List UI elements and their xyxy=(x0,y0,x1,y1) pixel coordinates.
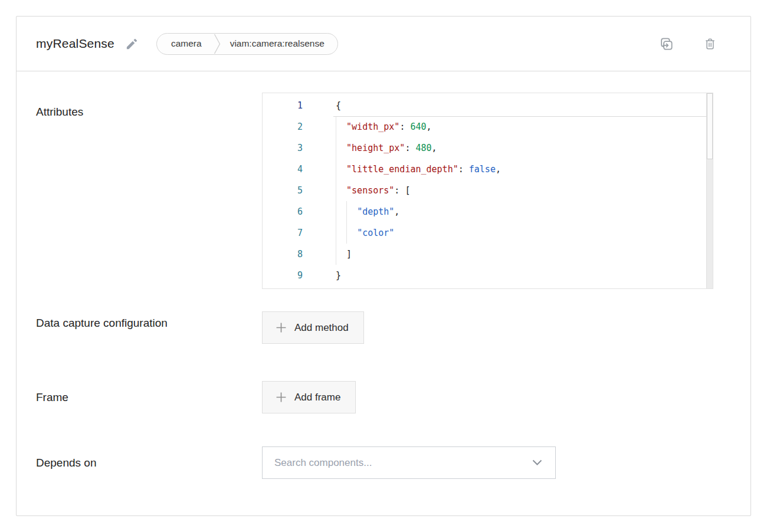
line-number: 4 xyxy=(263,164,329,175)
add-method-label: Add method xyxy=(294,322,349,334)
line-number: 5 xyxy=(263,185,329,196)
active-line-border xyxy=(333,116,713,117)
component-name: myRealSense xyxy=(36,37,114,51)
add-frame-label: Add frame xyxy=(294,392,340,403)
code-line[interactable]: 9} xyxy=(263,265,713,286)
attributes-label: Attributes xyxy=(36,93,262,124)
duplicate-icon xyxy=(659,37,674,51)
depends-on-row: Depends on xyxy=(36,446,713,479)
depends-on-select[interactable] xyxy=(262,446,556,479)
frame-row: Frame Add frame xyxy=(36,381,713,413)
depends-on-label: Depends on xyxy=(36,451,262,475)
code-content: "little_endian_depth": false, xyxy=(329,164,501,175)
component-type: camera xyxy=(171,38,202,49)
line-number: 9 xyxy=(263,270,329,281)
code-line[interactable]: 2 "width_px": 640, xyxy=(263,116,713,137)
header-actions xyxy=(659,37,717,51)
search-components-input[interactable] xyxy=(274,457,532,469)
indent-guide xyxy=(346,201,347,244)
line-number: 7 xyxy=(263,228,329,238)
pencil-icon xyxy=(125,37,139,51)
code-line[interactable]: 1{ xyxy=(263,95,713,116)
component-config-body: Attributes 1{2 "width_px": 640,3 "height… xyxy=(17,71,750,501)
component-type-chip: camera viam:camera:realsense xyxy=(156,33,338,55)
code-line[interactable]: 6 "depth", xyxy=(263,201,713,222)
add-frame-button[interactable]: Add frame xyxy=(262,381,356,413)
attributes-row: Attributes 1{2 "width_px": 640,3 "height… xyxy=(36,93,713,289)
code-line[interactable]: 5 "sensors": [ xyxy=(263,180,713,201)
trash-icon xyxy=(703,37,717,51)
code-content: "width_px": 640, xyxy=(329,121,432,132)
plus-icon xyxy=(276,392,287,403)
data-capture-row: Data capture configuration Add method xyxy=(36,311,713,344)
component-model: viam:camera:realsense xyxy=(230,38,324,49)
code-content: "height_px": 480, xyxy=(329,143,437,153)
code-content: } xyxy=(329,270,341,281)
code-line[interactable]: 8 ] xyxy=(263,244,713,265)
code-content: "color" xyxy=(329,228,394,238)
line-number: 2 xyxy=(263,121,329,132)
code-line[interactable]: 7 "color" xyxy=(263,222,713,244)
line-number: 6 xyxy=(263,206,329,217)
indent-guide xyxy=(336,116,336,265)
plus-icon xyxy=(276,322,287,333)
code-content: "depth", xyxy=(329,206,399,217)
editor-scrollbar-thumb[interactable] xyxy=(707,93,713,159)
frame-label: Frame xyxy=(36,386,262,409)
component-header: myRealSense camera viam:camera:realsense xyxy=(17,17,750,71)
code-line[interactable]: 4 "little_endian_depth": false, xyxy=(263,159,713,180)
editor-scrollbar[interactable] xyxy=(706,93,713,288)
line-number: 3 xyxy=(263,143,329,153)
breadcrumb-chevron-icon xyxy=(214,33,221,55)
data-capture-label: Data capture configuration xyxy=(36,311,262,335)
attributes-json-editor[interactable]: 1{2 "width_px": 640,3 "height_px": 480,4… xyxy=(262,93,713,289)
code-content: ] xyxy=(329,249,352,260)
add-method-button[interactable]: Add method xyxy=(262,311,364,344)
line-number: 8 xyxy=(263,249,329,260)
line-number: 1 xyxy=(263,100,329,111)
delete-button[interactable] xyxy=(703,37,717,51)
edit-name-button[interactable] xyxy=(125,37,139,51)
duplicate-button[interactable] xyxy=(659,37,674,51)
code-content: "sensors": [ xyxy=(329,185,410,196)
code-area: 1{2 "width_px": 640,3 "height_px": 480,4… xyxy=(263,95,713,286)
code-line[interactable]: 3 "height_px": 480, xyxy=(263,137,713,159)
chevron-down-icon xyxy=(532,459,542,466)
code-content: { xyxy=(329,100,341,111)
component-config-card: myRealSense camera viam:camera:realsense xyxy=(16,16,751,516)
